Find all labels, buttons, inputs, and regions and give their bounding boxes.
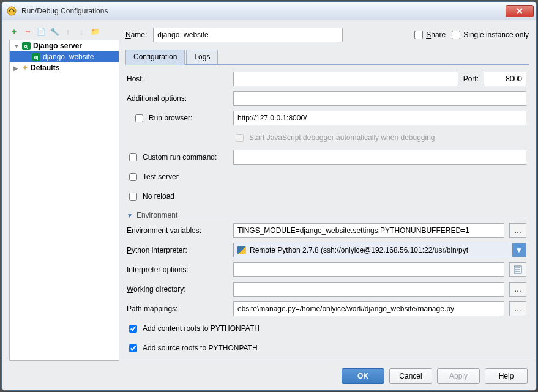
python-interpreter-dropdown[interactable]: Remote Python 2.7.8 (ssh://onlyice@192.1… — [233, 243, 526, 257]
share-checkbox-input[interactable] — [414, 31, 423, 39]
interpreter-options-label: Interpreter options: — [127, 265, 228, 274]
tree-label: Django server — [33, 42, 82, 50]
js-debugger-label: Start JavaScript debugger automatically … — [249, 133, 435, 142]
test-server-label: Test server — [143, 172, 179, 181]
tree-node-defaults[interactable]: ▶ ✦ Defaults — [10, 62, 119, 73]
custom-run-input[interactable] — [233, 150, 526, 165]
port-input[interactable] — [484, 72, 526, 86]
chevron-down-icon: ▼ — [13, 43, 20, 50]
single-instance-checkbox[interactable]: Single instance only — [452, 31, 529, 39]
additional-options-input[interactable] — [233, 91, 526, 106]
interpreter-options-expand-button[interactable] — [509, 262, 526, 277]
host-input[interactable] — [233, 72, 458, 86]
run-browser-label: Run browser: — [149, 114, 192, 122]
add-icon[interactable]: + — [9, 27, 19, 37]
host-label: Host: — [127, 75, 228, 83]
folder-icon[interactable]: 📁 — [90, 27, 100, 37]
chevron-down-icon[interactable]: ▼ — [512, 243, 526, 257]
single-instance-label: Single instance only — [463, 31, 529, 39]
sidebar: + − 📄 🔧 ↑ ↓ 📁 ▼ dj Django server — [9, 26, 119, 361]
no-reload-label: No reload — [143, 192, 174, 201]
interpreter-options-input[interactable] — [233, 262, 504, 277]
add-source-roots-checkbox[interactable] — [129, 344, 137, 352]
run-browser-input[interactable] — [233, 111, 526, 125]
working-directory-label: Working directory: — [127, 285, 228, 294]
remove-icon[interactable]: − — [23, 27, 32, 37]
chevron-down-icon: ▼ — [127, 212, 133, 219]
settings-icon[interactable]: 🔧 — [50, 27, 59, 37]
single-instance-checkbox-input[interactable] — [452, 31, 460, 39]
add-content-roots-label: Add content roots to PYTHONPATH — [143, 324, 260, 333]
chevron-right-icon: ▶ — [13, 65, 20, 72]
environment-label: Environment — [136, 211, 177, 220]
tree-node-django-server[interactable]: ▼ dj Django server — [10, 40, 119, 51]
working-directory-input[interactable] — [233, 282, 504, 297]
app-icon — [7, 6, 17, 16]
share-checkbox[interactable]: Share — [414, 31, 446, 39]
path-mappings-browse-button[interactable]: … — [509, 301, 526, 316]
run-browser-checkbox[interactable] — [135, 114, 143, 122]
gear-icon: ✦ — [22, 64, 28, 72]
apply-button[interactable]: Apply — [437, 368, 480, 384]
additional-options-label: Additional options: — [127, 94, 228, 103]
custom-run-row: Custom run command: — [127, 152, 228, 163]
run-browser-row: Run browser: — [127, 113, 228, 124]
content-panel: Name: Share Single instance only Configu… — [125, 26, 529, 361]
custom-run-checkbox[interactable] — [129, 153, 137, 161]
sidebar-toolbar: + − 📄 🔧 ↑ ↓ 📁 — [9, 26, 119, 40]
add-content-roots-checkbox[interactable] — [129, 325, 137, 333]
window-title: Run/Debug Configurations — [21, 7, 506, 15]
custom-run-label: Custom run command: — [143, 153, 217, 161]
tree-label: Defaults — [31, 64, 59, 72]
cancel-button[interactable]: Cancel — [389, 368, 432, 384]
ok-button[interactable]: OK — [342, 368, 384, 384]
help-button[interactable]: Help — [485, 368, 528, 384]
python-icon — [237, 246, 246, 254]
button-bar: OK Cancel Apply Help — [2, 361, 536, 390]
configuration-form: Host: Port: Additional options: — [125, 68, 529, 361]
environment-section-header[interactable]: ▼ Environment — [127, 211, 526, 220]
js-debugger-checkbox — [236, 134, 244, 142]
tree-node-django-website[interactable]: dj django_website — [10, 51, 119, 62]
config-tree[interactable]: ▼ dj Django server dj django_website ▶ ✦… — [9, 40, 119, 361]
name-label: Name: — [125, 31, 147, 39]
close-button[interactable] — [506, 5, 534, 17]
tab-strip: Configuration Logs — [125, 48, 529, 64]
titlebar[interactable]: Run/Debug Configurations — [2, 2, 536, 20]
django-icon: dj — [32, 53, 40, 61]
path-mappings-input[interactable] — [233, 301, 504, 316]
no-reload-checkbox[interactable] — [129, 193, 137, 201]
svg-point-0 — [7, 7, 16, 15]
dialog-window: Run/Debug Configurations + − 📄 🔧 ↑ ↓ 📁 — [1, 1, 537, 391]
tab-configuration[interactable]: Configuration — [125, 50, 185, 65]
add-source-roots-label: Add source roots to PYTHONPATH — [143, 344, 258, 352]
working-directory-browse-button[interactable]: … — [509, 282, 526, 297]
env-vars-browse-button[interactable]: … — [509, 223, 526, 238]
name-input[interactable] — [153, 28, 343, 42]
tab-logs[interactable]: Logs — [186, 50, 218, 64]
tree-label: django_website — [43, 53, 94, 61]
path-mappings-label: Path mappings: — [127, 305, 228, 313]
env-vars-input[interactable] — [233, 223, 504, 238]
django-icon: dj — [22, 42, 31, 50]
port-label: Port: — [463, 75, 479, 83]
python-interpreter-label: Python interpreter: — [127, 246, 228, 254]
python-interpreter-value: Remote Python 2.7.8 (ssh://onlyice@192.1… — [250, 246, 468, 254]
move-down-icon[interactable]: ↓ — [77, 27, 86, 37]
test-server-checkbox[interactable] — [129, 173, 137, 181]
copy-icon[interactable]: 📄 — [36, 27, 46, 37]
move-up-icon[interactable]: ↑ — [63, 27, 73, 37]
env-vars-label: Environment variables: — [127, 226, 228, 235]
